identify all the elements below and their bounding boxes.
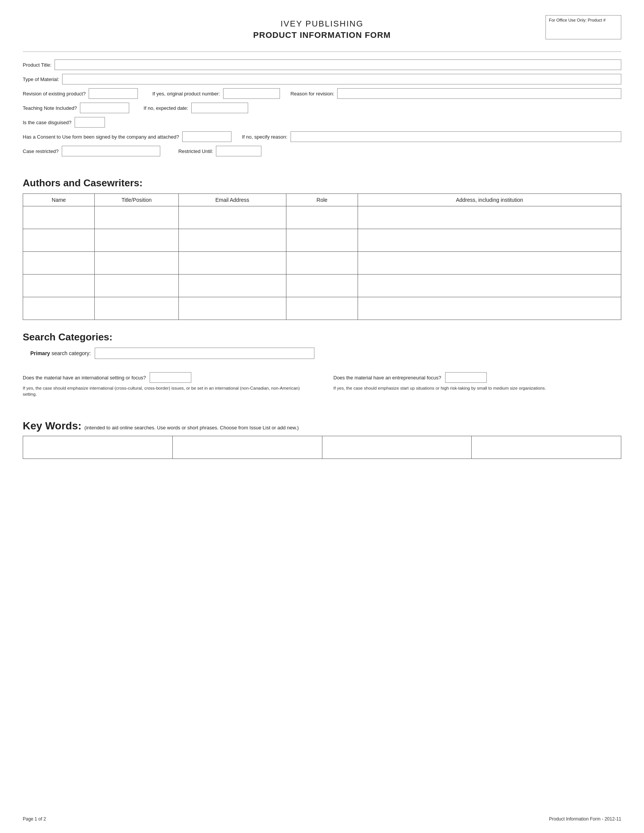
case-restricted-input[interactable] (62, 146, 160, 156)
author-address-cell[interactable] (358, 252, 621, 275)
primary-suffix: search category: (52, 350, 91, 356)
case-restricted-row: Case restricted? Restricted Until: (23, 146, 621, 156)
author-title-cell[interactable] (95, 275, 179, 297)
case-restricted-label: Case restricted? (23, 148, 59, 154)
if-no-specify-label: If no, specify reason: (242, 134, 288, 140)
product-title-input[interactable] (55, 60, 621, 70)
author-name-cell[interactable] (23, 297, 95, 320)
teaching-note-input[interactable] (80, 103, 129, 113)
footer-right: Product Information Form - 2012-11 (549, 816, 621, 822)
keyword-cell-4[interactable] (472, 436, 621, 459)
author-address-cell[interactable] (358, 275, 621, 297)
keyword-cell-3[interactable] (322, 436, 472, 459)
author-name-cell[interactable] (23, 229, 95, 252)
type-of-material-label: Type of Material: (23, 77, 59, 82)
keywords-table (23, 436, 621, 459)
type-of-material-input[interactable] (62, 74, 621, 84)
authors-heading: Authors and Casewriters: (23, 177, 621, 189)
reason-for-revision-label: Reason for revision: (291, 91, 335, 96)
author-email-cell[interactable] (179, 297, 286, 320)
office-label: For Office Use Only: Product # (549, 18, 618, 23)
author-role-cell[interactable] (286, 206, 357, 229)
authors-table: Name Title/Position Email Address Role A… (23, 193, 621, 320)
author-title-cell[interactable] (95, 297, 179, 320)
keyword-cell-2[interactable] (172, 436, 322, 459)
keywords-section: Key Words: (intended to aid online searc… (23, 420, 621, 459)
col-address: Address, including institution (358, 194, 621, 206)
author-title-cell[interactable] (95, 229, 179, 252)
reason-for-revision-input[interactable] (337, 88, 621, 99)
col-role: Role (286, 194, 357, 206)
keywords-subtext: (intended to aid online searches. Use wo… (84, 425, 299, 431)
type-of-material-row: Type of Material: (23, 74, 621, 84)
search-categories-heading: Search Categories: (23, 331, 621, 343)
entrepreneurial-note: If yes, the case should emphasize start … (333, 385, 621, 391)
author-address-cell[interactable] (358, 206, 621, 229)
primary-category-input[interactable] (95, 347, 314, 359)
revision-input[interactable] (89, 88, 138, 99)
author-role-cell[interactable] (286, 252, 357, 275)
primary-label: Primary search category: (30, 350, 91, 356)
international-note: If yes, the case should emphasize intern… (23, 385, 311, 397)
if-no-specify-input[interactable] (291, 131, 621, 142)
teaching-note-row: Teaching Note Included? If no, expected … (23, 103, 621, 113)
international-focus-col: Does the material have an international … (23, 372, 311, 397)
author-role-cell[interactable] (286, 229, 357, 252)
form-title: PRODUCT INFORMATION FORM (98, 30, 546, 40)
consent-input[interactable] (182, 131, 232, 142)
teaching-note-label: Teaching Note Included? (23, 105, 77, 111)
if-no-expected-label: If no, expected date: (143, 105, 188, 111)
table-row (23, 275, 621, 297)
original-product-number-input[interactable] (223, 88, 280, 99)
footer: Page 1 of 2 Product Information Form - 2… (23, 816, 621, 822)
international-question-label: Does the material have an international … (23, 375, 146, 381)
table-row (23, 297, 621, 320)
header: IVEY PUBLISHING PRODUCT INFORMATION FORM… (23, 15, 621, 40)
author-role-cell[interactable] (286, 297, 357, 320)
author-email-cell[interactable] (179, 252, 286, 275)
author-email-cell[interactable] (179, 275, 286, 297)
company-name: IVEY PUBLISHING (98, 19, 546, 29)
table-row (23, 206, 621, 229)
header-divider (23, 51, 621, 52)
office-use-box: For Office Use Only: Product # (546, 15, 621, 39)
consent-row: Has a Consent to Use form been signed by… (23, 131, 621, 142)
table-row (23, 252, 621, 275)
revision-row: Revision of existing product? If yes, or… (23, 88, 621, 99)
entrepreneurial-question-label: Does the material have an entrepreneuria… (333, 375, 441, 381)
focus-questions-row: Does the material have an international … (23, 372, 621, 397)
keyword-cell-1[interactable] (23, 436, 173, 459)
author-name-cell[interactable] (23, 275, 95, 297)
primary-bold: Primary (30, 350, 50, 356)
entrepreneurial-question-row: Does the material have an entrepreneuria… (333, 372, 621, 383)
keywords-row (23, 436, 621, 459)
expected-date-input[interactable] (191, 103, 248, 113)
keywords-heading: Key Words: (intended to aid online searc… (23, 420, 621, 432)
footer-left: Page 1 of 2 (23, 816, 46, 822)
author-title-cell[interactable] (95, 206, 179, 229)
author-address-cell[interactable] (358, 229, 621, 252)
author-name-cell[interactable] (23, 206, 95, 229)
author-email-cell[interactable] (179, 206, 286, 229)
entrepreneurial-focus-col: Does the material have an entrepreneuria… (333, 372, 621, 391)
table-row (23, 229, 621, 252)
author-title-cell[interactable] (95, 252, 179, 275)
title-block: IVEY PUBLISHING PRODUCT INFORMATION FORM (98, 15, 546, 40)
international-question-row: Does the material have an international … (23, 372, 311, 383)
author-address-cell[interactable] (358, 297, 621, 320)
keywords-title: Key Words: (23, 420, 81, 432)
product-title-row: Product Title: (23, 60, 621, 70)
entrepreneurial-focus-input[interactable] (445, 372, 487, 383)
revision-label: Revision of existing product? (23, 91, 85, 96)
author-role-cell[interactable] (286, 275, 357, 297)
primary-search-row: Primary search category: (23, 347, 621, 359)
restricted-until-input[interactable] (216, 146, 261, 156)
author-email-cell[interactable] (179, 229, 286, 252)
case-disguised-input[interactable] (75, 117, 105, 128)
office-input-area[interactable] (549, 26, 618, 37)
case-disguised-label: Is the case disguised? (23, 120, 72, 125)
col-name: Name (23, 194, 95, 206)
international-focus-input[interactable] (150, 372, 191, 383)
author-name-cell[interactable] (23, 252, 95, 275)
col-title: Title/Position (95, 194, 179, 206)
